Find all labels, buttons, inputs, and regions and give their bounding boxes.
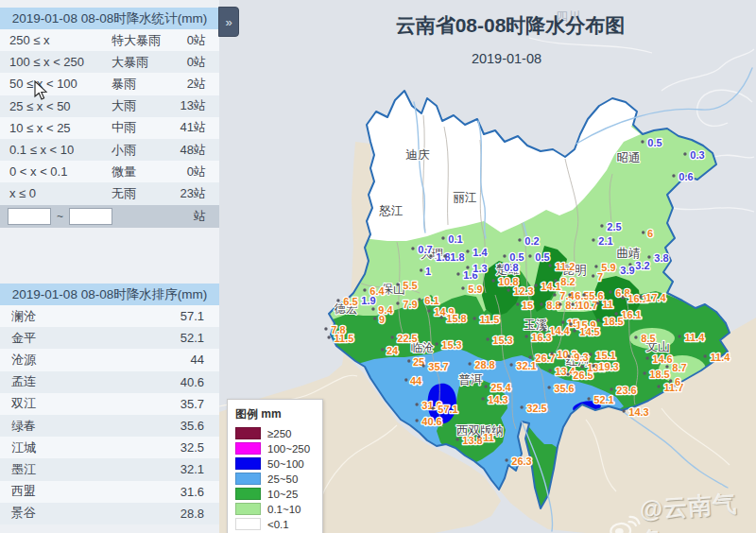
station-dot — [503, 254, 506, 257]
station-dot — [540, 302, 542, 305]
station-value: 9 — [379, 314, 385, 325]
station-dot — [371, 307, 374, 310]
station-value: 23.6 — [616, 385, 636, 396]
station-value: 11.2 — [556, 261, 576, 272]
station-dot — [411, 247, 414, 249]
weibo-icon — [608, 511, 642, 533]
station-dot — [373, 317, 376, 319]
stats-row: 50 ≤ x < 100暴雨2站 — [0, 73, 219, 95]
station-value: 11 — [483, 432, 494, 443]
prefecture-label: 保山 — [382, 283, 405, 296]
station-dot — [407, 359, 410, 362]
legend-swatch — [235, 473, 261, 485]
prefecture-label: 迪庆 — [406, 148, 431, 162]
rank-station-name: 澜沧 — [11, 308, 180, 325]
stats-cell-cnt: 23站 — [170, 185, 206, 202]
legend-item: ≥250 — [235, 427, 315, 439]
station-dot — [528, 355, 531, 358]
stats-cell-cnt: 0站 — [170, 32, 206, 49]
station-dot — [550, 352, 553, 354]
legend-swatch — [235, 457, 261, 470]
station-value: 8.7 — [672, 362, 686, 373]
station-value: 14.6 — [652, 353, 672, 365]
station-value: 11 — [602, 299, 613, 310]
station-value: 15.3 — [441, 339, 461, 351]
station-dot — [678, 335, 680, 337]
station-dot — [645, 356, 648, 359]
rank-station-value: 57.1 — [180, 309, 204, 323]
legend-label: 50~100 — [267, 458, 304, 470]
station-dot — [381, 348, 384, 351]
station-value: 0.7 — [418, 244, 432, 255]
station-dot — [582, 293, 585, 296]
station-value: 18.5 — [603, 316, 623, 327]
station-dot — [547, 386, 550, 388]
station-value: 11.4 — [711, 352, 731, 363]
station-dot — [396, 301, 399, 304]
station-dot — [634, 335, 637, 338]
rank-row: 绿春35.6 — [0, 415, 219, 437]
stats-cell-cnt: 13站 — [170, 97, 206, 114]
prefecture-label: 丽江 — [454, 191, 477, 204]
station-dot — [486, 337, 489, 340]
station-value: 6.4 — [369, 285, 385, 297]
stats-cell-cat: 微量 — [112, 163, 170, 181]
station-value: 12.3 — [513, 285, 533, 297]
station-dot — [461, 286, 464, 289]
station-dot — [396, 283, 399, 285]
station-dot — [466, 249, 469, 252]
rank-station-value: 44 — [191, 352, 204, 367]
station-value: 35.6 — [554, 383, 574, 394]
station-value: 44 — [410, 375, 422, 387]
station-value: 15.1 — [595, 350, 615, 361]
station-dot — [592, 238, 594, 241]
prefecture-label: 曲靖 — [617, 247, 641, 260]
legend-swatch — [235, 488, 261, 500]
station-dot — [516, 302, 519, 305]
stats-cell-range: 10 ≤ x < 25 — [9, 121, 112, 135]
rank-station-name: 双江 — [11, 395, 180, 412]
station-dot — [418, 298, 421, 301]
station-dot — [420, 268, 422, 271]
station-dot — [669, 379, 672, 382]
station-dot — [324, 327, 327, 330]
sidebar-collapse-button[interactable]: » — [218, 7, 239, 37]
stats-cell-cat: 无雨 — [112, 185, 170, 202]
station-dot — [441, 236, 444, 239]
station-value: 7.9 — [403, 299, 417, 310]
station-value: 0.5 — [535, 251, 549, 263]
station-value: 0.3 — [690, 149, 704, 161]
station-value: 14.4 — [549, 325, 570, 336]
filter-separator: ~ — [57, 210, 63, 223]
filter-max-input[interactable] — [69, 208, 112, 225]
station-dot — [566, 372, 569, 375]
station-value: 11.5 — [480, 314, 500, 325]
legend-label: 100~250 — [267, 443, 310, 455]
filter-min-input[interactable] — [8, 208, 51, 225]
station-value: 0.5 — [647, 137, 662, 148]
rank-row: 澜沧57.1 — [0, 305, 219, 327]
station-value: 0.8 — [504, 262, 518, 273]
station-dot — [647, 255, 650, 258]
stats-cell-cat: 中雨 — [112, 119, 170, 136]
station-dot — [466, 266, 469, 268]
sidebar: 2019-01-08 08-08时降水统计(mm) 250 ≤ x特大暴雨0站1… — [0, 0, 219, 533]
stats-cell-range: 0.1 ≤ x < 10 — [9, 143, 112, 157]
station-dot — [518, 238, 521, 241]
station-value: 5.5 — [403, 280, 417, 291]
rank-row: 江城32.5 — [0, 437, 219, 458]
rank-station-value: 40.6 — [180, 375, 204, 389]
stats-row: x ≤ 0无雨23站 — [0, 182, 219, 204]
station-value: 7 — [597, 271, 603, 283]
station-value: 0.1 — [448, 233, 462, 245]
station-value: 8.2 — [560, 276, 575, 287]
rank-station-name: 景谷 — [11, 505, 180, 522]
station-dot — [594, 265, 597, 267]
rank-panel: 2019-01-08 08-08时降水排序(mm) 澜沧57.1金平52.1沧源… — [0, 284, 219, 524]
rank-station-name: 西盟 — [11, 483, 180, 500]
station-value: 6.5 — [343, 296, 357, 307]
station-dot — [609, 290, 611, 293]
rank-station-value: 28.8 — [180, 507, 204, 521]
rank-station-value: 32.5 — [180, 440, 204, 455]
map-legend: 图例 mm ≥250100~25050~10025~5010~250.1~10<… — [227, 399, 323, 533]
